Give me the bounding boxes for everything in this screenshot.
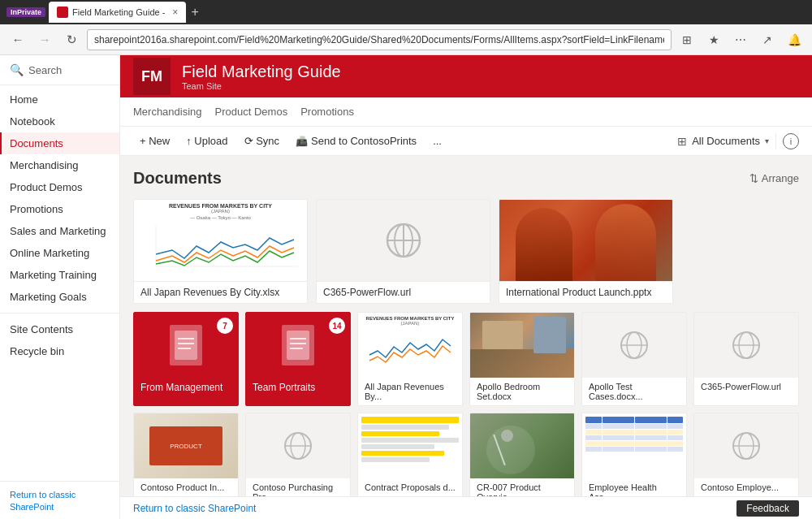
- site-title-area: Field Marketing Guide Team Site: [182, 62, 341, 91]
- folder-badge-1: 7: [217, 318, 233, 334]
- doc-card-contoso-product[interactable]: PRODUCT Contoso Product In...: [133, 413, 239, 496]
- grid-view-icon: ⊞: [677, 135, 687, 148]
- breadcrumb-promotions[interactable]: Promotions: [294, 97, 361, 127]
- doc-thumb-ppt: PRODUCT: [134, 413, 238, 478]
- svg-rect-7: [175, 331, 197, 360]
- sidebar-item-documents[interactable]: Documents: [0, 132, 119, 154]
- back-button[interactable]: ←: [6, 28, 29, 51]
- sync-button[interactable]: ⟳ Sync: [238, 132, 287, 150]
- breadcrumb-product-demos[interactable]: Product Demos: [209, 97, 295, 127]
- notifications-icon[interactable]: 🔔: [783, 28, 806, 51]
- doc-card-name: From Management: [134, 378, 238, 397]
- doc-card-contoso-purchasing[interactable]: Contoso Purchasing Pro...: [245, 413, 351, 496]
- doc-card-c365[interactable]: C365-PowerFlow.url: [316, 199, 490, 304]
- doc-card-from-management[interactable]: 7 From Management: [133, 312, 239, 406]
- sidebar-item-recycle-bin[interactable]: Recycle bin: [0, 340, 119, 362]
- upload-button[interactable]: ↑ Upload: [179, 132, 234, 150]
- favorites-icon[interactable]: ★: [702, 28, 725, 51]
- doc-grid-row3: PRODUCT Contoso Product In...: [133, 413, 799, 496]
- doc-card-c365-2[interactable]: C365-PowerFlow.url: [693, 312, 799, 406]
- doc-card-name: Contoso Product In...: [134, 478, 238, 496]
- doc-card-name: Contoso Purchasing Pro...: [246, 478, 350, 496]
- sidebar-item-promotions[interactable]: Promotions: [0, 198, 119, 220]
- breadcrumb-merchandising[interactable]: Merchandising: [127, 97, 209, 127]
- send-to-button[interactable]: 📠 Send to ContosoPrints: [289, 132, 423, 150]
- doc-thumb-people: [499, 200, 672, 281]
- forward-button[interactable]: →: [33, 28, 56, 51]
- doc-grid-top: REVENUES FROM MARKETS BY CITY (JAPAN) — …: [133, 199, 799, 304]
- browser-tab[interactable]: Field Marketing Guide - ×: [49, 2, 186, 23]
- tab-title: Field Marketing Guide -: [72, 7, 165, 17]
- sidebar-item-home[interactable]: Home: [0, 89, 119, 110]
- new-tab-button[interactable]: +: [191, 5, 198, 19]
- doc-card-name: All Japan Revenues By City.xlsx: [134, 281, 307, 303]
- site-logo: FM: [133, 58, 171, 95]
- hub-icon[interactable]: ⊞: [676, 28, 698, 51]
- info-button[interactable]: i: [783, 133, 799, 149]
- sp-header: FM Field Marketing Guide Team Site: [120, 55, 812, 97]
- sidebar-divider: [0, 313, 119, 314]
- doc-card-employee-health[interactable]: Employee Health Ass...: [581, 413, 687, 496]
- doc-card-cr007[interactable]: CR-007 Product Overvie...: [469, 413, 575, 496]
- doc-thumb-globe5: [694, 413, 798, 478]
- sidebar-item-notebook[interactable]: Notebook: [0, 110, 119, 132]
- svg-rect-0: [140, 222, 302, 270]
- inprivate-badge: InPrivate: [6, 7, 45, 17]
- tab-close-icon[interactable]: ×: [172, 6, 178, 18]
- sidebar-item-merchandising[interactable]: Merchandising: [0, 154, 119, 176]
- sidebar-item-sales-marketing[interactable]: Sales and Marketing: [0, 220, 119, 242]
- doc-thumb-chart: REVENUES FROM MARKETS BY CITY (JAPAN) — …: [134, 200, 307, 281]
- documents-title: Documents: [133, 169, 222, 188]
- sidebar-footer: Return to classic SharePoint: [0, 481, 119, 519]
- doc-card-contract-proposals[interactable]: Contract Proposals d...: [357, 413, 463, 496]
- doc-card-team-portraits[interactable]: 14 Team Portraits: [245, 312, 351, 406]
- sidebar-search-area[interactable]: 🔍 Search: [0, 55, 119, 85]
- doc-card-apollo-bedroom[interactable]: Apollo Bedroom Set.docx: [469, 312, 575, 406]
- doc-card-contoso-employee[interactable]: Contoso Employe...: [693, 413, 799, 496]
- doc-card-name: CR-007 Product Overvie...: [470, 478, 574, 496]
- doc-card-name: C365-PowerFlow.url: [317, 281, 490, 303]
- site-subtitle: Team Site: [182, 81, 341, 91]
- doc-thumb-globe2: [582, 313, 686, 378]
- sidebar-search-label: Search: [28, 64, 62, 76]
- all-docs-area: ⊞ All Documents ▾: [677, 135, 769, 148]
- arrange-button[interactable]: ⇅ Arrange: [749, 172, 799, 184]
- all-documents-button[interactable]: All Documents: [692, 135, 760, 147]
- doc-card-name: International Product Launch.pptx: [499, 281, 672, 303]
- doc-thumb-globe4: [246, 413, 350, 478]
- sidebar-item-site-contents[interactable]: Site Contents: [0, 318, 119, 340]
- doc-area-header: Documents ⇅ Arrange: [133, 169, 799, 188]
- doc-card-intl-launch[interactable]: International Product Launch.pptx: [499, 199, 673, 304]
- doc-card-name: All Japan Revenues By...: [358, 378, 462, 405]
- sidebar-item-marketing-goals[interactable]: Marketing Goals: [0, 286, 119, 308]
- classic-footer-link[interactable]: Return to classic SharePoint: [133, 503, 256, 514]
- share-icon[interactable]: ↗: [756, 28, 779, 51]
- new-button[interactable]: + New: [133, 132, 176, 150]
- feedback-button[interactable]: Feedback: [736, 500, 799, 517]
- doc-card-japan-revenues[interactable]: REVENUES FROM MARKETS BY CITY (JAPAN) — …: [133, 199, 308, 304]
- more-button[interactable]: ...: [426, 132, 448, 150]
- browser-chrome: InPrivate Field Marketing Guide - × +: [0, 0, 812, 24]
- sidebar-item-product-demos[interactable]: Product Demos: [0, 176, 119, 198]
- browser-nav-bar: ← → ↻ ⊞ ★ ⋯ ↗ 🔔: [0, 24, 812, 55]
- classic-sharepoint-link[interactable]: Return to classic SharePoint: [10, 490, 76, 512]
- svg-rect-11: [287, 331, 309, 360]
- site-title: Field Marketing Guide: [182, 62, 341, 81]
- main-content: FM Field Marketing Guide Team Site Merch…: [120, 55, 812, 519]
- doc-card-japan-2[interactable]: REVENUES FROM MARKETS BY CITY (JAPAN) Al…: [357, 312, 463, 406]
- settings-icon[interactable]: ⋯: [729, 28, 752, 51]
- breadcrumb-nav: Merchandising Product Demos Promotions: [120, 97, 812, 127]
- sidebar-item-marketing-training[interactable]: Marketing Training: [0, 264, 119, 286]
- folder-badge-2: 14: [329, 318, 345, 334]
- doc-area: Documents ⇅ Arrange REVENUES FROM MARKET…: [120, 156, 812, 496]
- doc-grid-row2: 7 From Management: [133, 312, 799, 406]
- sidebar: 🔍 Search Home Notebook Documents Merchan…: [0, 55, 120, 519]
- refresh-button[interactable]: ↻: [60, 28, 83, 51]
- doc-thumb-table: [582, 413, 686, 478]
- doc-card-apollo-test[interactable]: Apollo Test Cases.docx...: [581, 312, 687, 406]
- address-bar[interactable]: [87, 29, 672, 50]
- toolbar: + New ↑ Upload ⟳ Sync 📠 Send to ContosoP…: [120, 127, 812, 156]
- doc-card-name: Employee Health Ass...: [582, 478, 686, 496]
- sidebar-item-online-marketing[interactable]: Online Marketing: [0, 242, 119, 264]
- doc-card-name: Contract Proposals d...: [358, 478, 462, 496]
